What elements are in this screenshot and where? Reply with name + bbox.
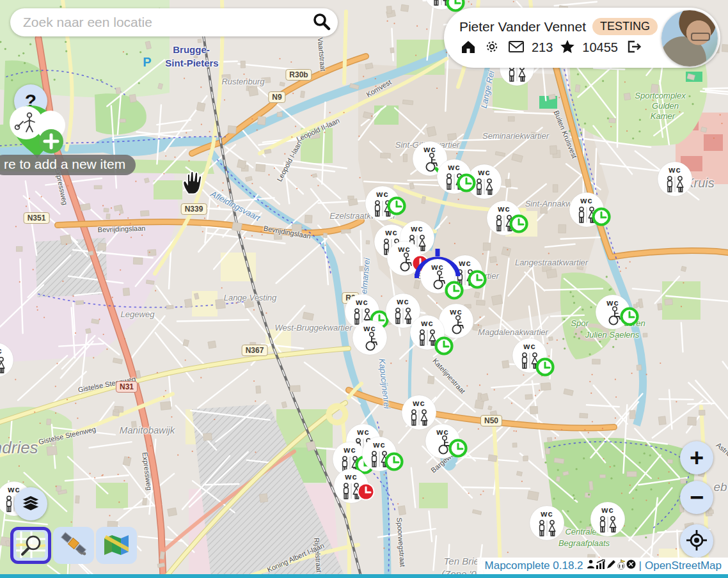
green-clock-badge [389,198,405,214]
star-icon [560,39,575,56]
basemap-switcher [10,527,137,564]
svg-text:wc: wc [458,258,471,268]
add-item-tooltip: re to add a new item [0,155,136,175]
svg-text:wc: wc [355,297,368,307]
attribution-separator: | [639,559,642,572]
osm-link[interactable]: OpenStreetMap [645,559,722,572]
svg-text:wc: wc [343,445,356,455]
svg-text:wc: wc [431,262,443,272]
search-icon [312,12,331,33]
search-button[interactable] [305,8,338,36]
svg-text:wc: wc [580,196,592,205]
home-icon [461,39,476,56]
basemap-satellite-button[interactable] [53,527,94,564]
green-clock-badge [537,359,553,375]
basemap-osm-button[interactable] [10,527,51,564]
svg-text:wc: wc [344,472,357,481]
svg-text:wc: wc [356,427,369,437]
svg-text:wc: wc [410,224,423,233]
testing-badge: TESTING [592,18,658,35]
bottom-strip [0,574,728,578]
svg-text:wc: wc [668,165,681,175]
changesets-count: 10455 [582,40,618,55]
gear-icon [484,39,500,56]
green-clock-badge [622,309,638,325]
messages-button[interactable] [507,38,526,57]
user-name: Pieter Vander Vennet [459,19,586,35]
svg-text:wc: wc [363,324,376,333]
green-clock-badge [450,441,466,457]
svg-text:wc: wc [396,297,409,306]
help-button[interactable]: ? [14,84,47,118]
basemap-map-button[interactable] [96,527,137,564]
red-clock-badge [358,484,374,500]
layers-icon [19,492,42,516]
svg-text:wc: wc [447,162,460,172]
attribution-bar[interactable]: Mapcomplete 0.18.2 | OpenStreetMap [477,558,728,574]
green-clock-badge [386,454,402,470]
svg-text:wc: wc [436,427,448,437]
svg-text:wc: wc [376,189,388,199]
wc-marker[interactable]: wc [590,502,625,536]
mapcomplete-app: RustenburgSint-GilliskwartierSeminariekw… [0,0,728,578]
home-button[interactable] [459,38,477,58]
green-clock-badge [594,209,610,225]
svg-text:wc: wc [601,505,613,515]
svg-text:wc: wc [0,346,3,355]
svg-text:wc: wc [540,509,553,519]
changesets-button[interactable] [558,38,576,58]
wc-marker[interactable]: wc [530,506,564,540]
contributor-icon[interactable] [587,559,595,572]
app-version[interactable]: Mapcomplete 0.18.2 [485,559,583,572]
svg-text:wc: wc [423,144,436,154]
geolocate-button[interactable] [680,524,713,558]
green-clock-badge [448,0,464,11]
svg-text:wc: wc [420,318,433,328]
green-clock-badge [459,175,475,191]
green-clock-badge [511,216,527,232]
poi-markers-layer: wcwcwcwcwcwcwcwcwcwcwcwcwcwcwcwcwcwcwcwc… [0,0,728,578]
svg-text:wc: wc [372,440,385,449]
stats-icon[interactable] [596,559,606,572]
green-clock-badge [470,272,486,288]
mail-icon [508,40,525,56]
folded-map-icon [102,532,131,559]
osm-carto-icon [16,531,45,560]
green-clock-badge [447,283,463,299]
svg-text:wc: wc [523,341,535,351]
layers-button[interactable] [14,487,47,520]
wc-marker[interactable]: wc [658,162,692,196]
search-input[interactable] [10,15,305,30]
attribution-icons [587,559,636,573]
svg-text:wc: wc [449,307,462,316]
user-panel-rows: Pieter Vander Vennet TESTING 213 10455 [459,18,658,58]
zoom-in-button[interactable]: + [680,441,713,474]
zoom-out-button[interactable]: − [680,481,713,514]
wc-marker[interactable]: wc [0,343,13,377]
wc-marker[interactable]: wc [352,320,387,355]
pencil-icon[interactable] [606,559,616,572]
search-bar[interactable] [10,8,338,36]
license-icon[interactable] [626,559,636,572]
satellite-icon [59,531,88,560]
settings-button[interactable] [483,38,501,58]
svg-text:wc: wc [497,204,510,214]
geolocate-icon [686,529,708,553]
svg-text:wc: wc [606,298,619,308]
svg-text:wc: wc [477,168,490,177]
logout-icon [625,39,642,56]
theme-pin-icon[interactable] [617,559,626,573]
green-clock-badge [436,338,452,354]
logout-button[interactable] [624,38,643,58]
messages-count: 213 [532,40,553,55]
wc-marker[interactable]: wc [402,395,436,430]
avatar[interactable] [661,10,718,66]
svg-text:wc: wc [384,228,397,237]
svg-text:wc: wc [412,398,425,408]
svg-text:wc: wc [397,244,410,254]
